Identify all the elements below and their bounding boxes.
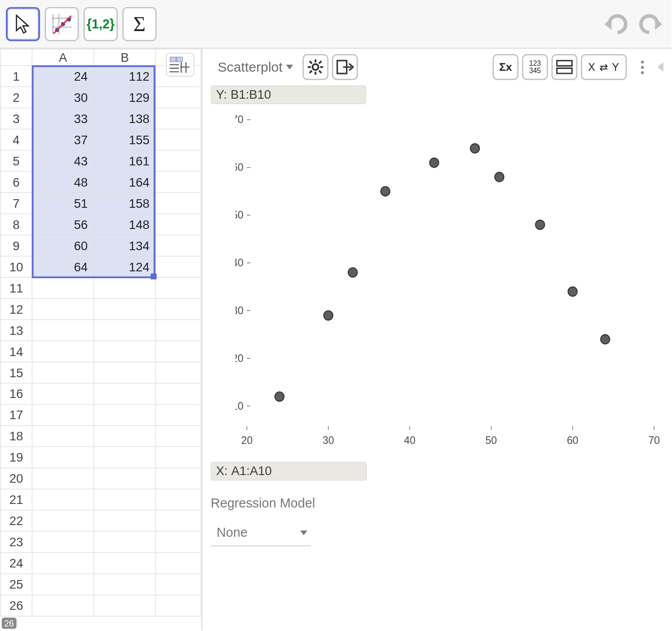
- cell[interactable]: [156, 320, 201, 341]
- plot-type-dropdown[interactable]: Scatterplot: [212, 55, 299, 78]
- row-header[interactable]: 6: [0, 171, 32, 192]
- data-point[interactable]: [348, 268, 357, 277]
- row-header[interactable]: 1: [0, 66, 32, 87]
- data-point[interactable]: [324, 311, 333, 320]
- cell[interactable]: 56: [32, 214, 94, 235]
- data-point[interactable]: [568, 287, 577, 296]
- row-header[interactable]: 18: [0, 425, 32, 447]
- cell[interactable]: 60: [32, 235, 94, 256]
- scatter-chart[interactable]: 110120130140150160170 203040506070: [235, 96, 660, 453]
- data-point[interactable]: [470, 144, 479, 153]
- more-menu-button[interactable]: [635, 60, 649, 74]
- cell[interactable]: 138: [94, 108, 156, 129]
- cell[interactable]: [32, 531, 94, 553]
- cell[interactable]: [94, 404, 156, 425]
- row-header[interactable]: 11: [0, 277, 32, 298]
- data-point[interactable]: [275, 392, 284, 401]
- cell[interactable]: [94, 595, 156, 616]
- row-header[interactable]: 23: [0, 531, 32, 553]
- cell[interactable]: [156, 447, 201, 468]
- cell[interactable]: 64: [32, 256, 94, 277]
- sum-tool-button[interactable]: Σ: [122, 7, 156, 41]
- cell[interactable]: [94, 341, 156, 362]
- row-header[interactable]: 17: [0, 404, 32, 425]
- cell[interactable]: [156, 214, 201, 235]
- corner-cell[interactable]: [0, 49, 32, 66]
- cell[interactable]: [32, 553, 94, 574]
- cell[interactable]: 24: [32, 66, 94, 87]
- row-header[interactable]: 14: [0, 341, 32, 362]
- cell[interactable]: [32, 383, 94, 404]
- cell[interactable]: [156, 129, 201, 150]
- data-source-button[interactable]: [166, 53, 194, 76]
- cell[interactable]: [94, 298, 156, 320]
- list-tool-button[interactable]: {1,2}: [83, 7, 118, 41]
- row-header[interactable]: 8: [0, 214, 32, 235]
- cell[interactable]: [32, 574, 94, 595]
- cell[interactable]: [156, 256, 201, 277]
- row-header[interactable]: 15: [0, 362, 32, 383]
- cell[interactable]: 134: [94, 235, 156, 256]
- cell[interactable]: [94, 425, 156, 447]
- cell[interactable]: [156, 489, 201, 510]
- undo-button[interactable]: [601, 12, 629, 36]
- data-point[interactable]: [601, 334, 610, 344]
- cell[interactable]: [94, 320, 156, 341]
- cell[interactable]: [156, 574, 201, 595]
- move-tool-button[interactable]: [6, 7, 40, 41]
- cell[interactable]: [32, 447, 94, 468]
- cell[interactable]: [156, 171, 201, 192]
- cell[interactable]: [94, 510, 156, 531]
- cell[interactable]: 43: [32, 150, 94, 171]
- cell[interactable]: [156, 235, 201, 256]
- data-point[interactable]: [495, 172, 504, 182]
- cell[interactable]: [156, 383, 201, 404]
- cell[interactable]: [156, 553, 201, 574]
- cell[interactable]: [94, 574, 156, 595]
- swap-xy-button[interactable]: X ⇄ Y: [581, 54, 627, 80]
- cell[interactable]: [156, 595, 201, 616]
- row-header[interactable]: 12: [0, 298, 32, 320]
- two-var-tool-button[interactable]: [45, 7, 79, 41]
- cell[interactable]: [32, 404, 94, 425]
- cell[interactable]: [32, 425, 94, 447]
- cell[interactable]: [156, 510, 201, 531]
- export-button[interactable]: [332, 54, 358, 80]
- cell[interactable]: [32, 362, 94, 383]
- cell[interactable]: [94, 362, 156, 383]
- cell[interactable]: [94, 489, 156, 510]
- cell[interactable]: [156, 341, 201, 362]
- data-point[interactable]: [535, 220, 544, 229]
- row-header[interactable]: 21: [0, 489, 32, 510]
- cell[interactable]: [94, 468, 156, 489]
- cell[interactable]: 37: [32, 129, 94, 150]
- cell[interactable]: [156, 468, 201, 489]
- row-header[interactable]: 4: [0, 129, 32, 150]
- cell[interactable]: [156, 150, 201, 171]
- row-header[interactable]: 5: [0, 150, 32, 171]
- cell[interactable]: [94, 553, 156, 574]
- cell[interactable]: 112: [94, 66, 156, 87]
- cell[interactable]: 48: [32, 171, 94, 192]
- row-header[interactable]: 10: [0, 256, 32, 277]
- cell[interactable]: 164: [94, 171, 156, 192]
- cell[interactable]: 161: [94, 150, 156, 171]
- row-header[interactable]: 7: [0, 192, 32, 214]
- row-header[interactable]: 3: [0, 108, 32, 129]
- cell[interactable]: [156, 192, 201, 214]
- row-header[interactable]: 16: [0, 383, 32, 404]
- collapse-panel-button[interactable]: [658, 62, 663, 72]
- cell[interactable]: [156, 425, 201, 447]
- x-range-badge[interactable]: X: A1:A10: [211, 462, 366, 480]
- row-header[interactable]: 20: [0, 468, 32, 489]
- spreadsheet[interactable]: A B 124112230129333138437155543161648164…: [0, 49, 201, 631]
- data-point[interactable]: [381, 187, 390, 196]
- cell[interactable]: [32, 489, 94, 510]
- cell[interactable]: [156, 108, 201, 129]
- cell[interactable]: 51: [32, 192, 94, 214]
- cell[interactable]: 30: [32, 87, 94, 108]
- row-header[interactable]: 9: [0, 235, 32, 256]
- cell[interactable]: [32, 341, 94, 362]
- cell[interactable]: [156, 298, 201, 320]
- row-header[interactable]: 13: [0, 320, 32, 341]
